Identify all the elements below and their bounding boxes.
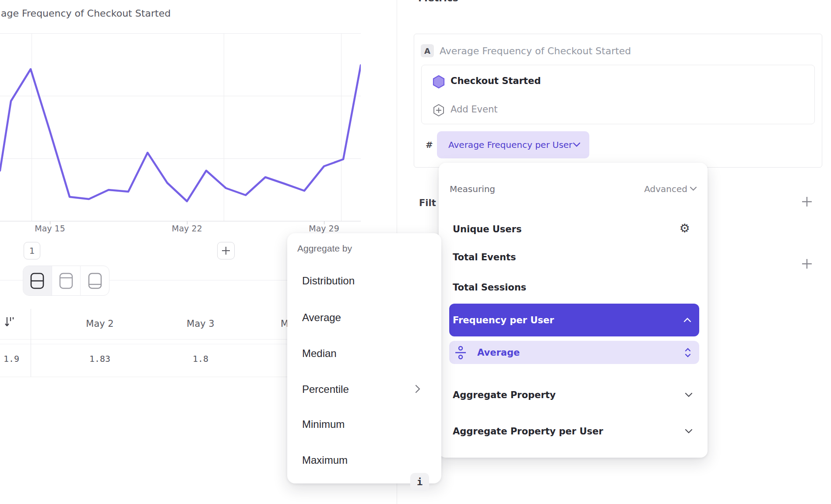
menu-item-percentile[interactable]: Percentile (302, 383, 349, 396)
menu-item-distribution[interactable]: Distribution (302, 274, 355, 287)
view-toggle-split-middle[interactable] (23, 266, 52, 295)
chart-title: age Frequency of Checkout Started (1, 8, 171, 19)
filters-label-clipped: Filt (419, 197, 436, 209)
event-hexagon-icon (432, 75, 445, 89)
menu-item-median[interactable]: Median (302, 347, 337, 360)
menu-item-average[interactable]: Average (302, 311, 341, 324)
menu-item-frequency-per-user-selected[interactable]: Frequency per User (449, 304, 699, 336)
metric-letter-badge: A (421, 44, 434, 57)
measurement-pill-label: Average Frequency per User (448, 140, 572, 150)
chevron-up-icon (683, 318, 691, 322)
add-event-hexagon-icon (433, 104, 445, 117)
series-count-button[interactable]: 1 (24, 242, 40, 259)
chevron-up-down-icon (684, 347, 691, 358)
numeric-metric-symbol: # (426, 138, 433, 151)
view-toggle-split-top[interactable] (52, 266, 81, 295)
table-column-divider (31, 309, 31, 377)
measuring-dropdown: Measuring Advanced Unique Users ⚙ Total … (439, 163, 708, 458)
split-bottom-icon (88, 272, 102, 290)
table-cell-clipped: 1.9 (0, 354, 19, 364)
plus-icon (221, 246, 231, 256)
metric-card: A Average Frequency of Checkout Started … (414, 34, 822, 168)
split-top-icon (59, 272, 74, 290)
menu-item-total-events[interactable]: Total Events (453, 251, 516, 264)
chevron-down-icon (573, 142, 581, 147)
add-series-button[interactable] (217, 242, 235, 259)
add-event-button[interactable]: Add Event (451, 103, 498, 116)
table-sort-button[interactable] (4, 316, 16, 331)
table-header-may3[interactable]: May 3 (152, 318, 249, 329)
event-name[interactable]: Checkout Started (451, 74, 541, 88)
table-header-may2[interactable]: May 2 (52, 318, 148, 329)
selected-item-label: Frequency per User (453, 315, 554, 326)
info-icon[interactable]: i (410, 473, 429, 491)
menu-item-total-sessions[interactable]: Total Sessions (453, 281, 526, 294)
trend-line (0, 65, 361, 201)
aggregate-by-header: Aggregate by (297, 243, 352, 256)
trend-line-chart[interactable] (0, 33, 361, 221)
menu-item-aggregate-property-per-user[interactable]: Aggregate Property per User (453, 425, 603, 438)
menu-item-maximum[interactable]: Maximum (302, 454, 348, 467)
divide-icon (454, 345, 467, 360)
subitem-label: Average (477, 347, 684, 358)
aggregate-by-dropdown: Aggregate by i Distribution Average Medi… (287, 233, 441, 483)
table-cell: 1.83 (52, 354, 148, 364)
add-filter-button[interactable] (800, 195, 813, 208)
measurement-pill-dropdown[interactable]: Average Frequency per User (437, 131, 589, 158)
split-middle-icon (30, 272, 45, 290)
add-breakdown-button[interactable] (800, 257, 813, 270)
x-tick-label: May 29 (309, 224, 339, 233)
view-toggle-group (23, 266, 109, 296)
view-toggle-split-bottom[interactable] (81, 266, 109, 295)
x-tick-label: May 22 (172, 224, 202, 233)
metric-title[interactable]: Average Frequency of Checkout Started (440, 44, 631, 57)
menu-item-aggregate-property[interactable]: Aggregate Property (453, 388, 556, 402)
chevron-down-icon (690, 186, 697, 191)
measuring-header: Measuring (450, 184, 495, 194)
table-cell: 1.8 (152, 354, 249, 364)
x-tick-label: May 15 (35, 224, 65, 233)
metrics-heading-clipped: Metrics (418, 0, 458, 4)
chevron-down-icon (685, 429, 693, 434)
gear-icon[interactable]: ⚙ (680, 222, 690, 235)
chevron-right-icon (415, 385, 420, 393)
menu-subitem-average[interactable]: Average (449, 341, 699, 364)
menu-item-minimum[interactable]: Minimum (302, 418, 345, 431)
plus-icon (801, 258, 813, 270)
chevron-down-icon (685, 392, 693, 397)
sort-descending-icon (4, 316, 16, 329)
advanced-toggle[interactable]: Advanced (644, 184, 687, 194)
app-canvas: age Frequency of Checkout Started May 15… (0, 0, 831, 504)
plus-icon (801, 196, 813, 208)
event-card: Checkout Started Add Event (421, 65, 815, 124)
menu-item-unique-users[interactable]: Unique Users (453, 223, 521, 236)
